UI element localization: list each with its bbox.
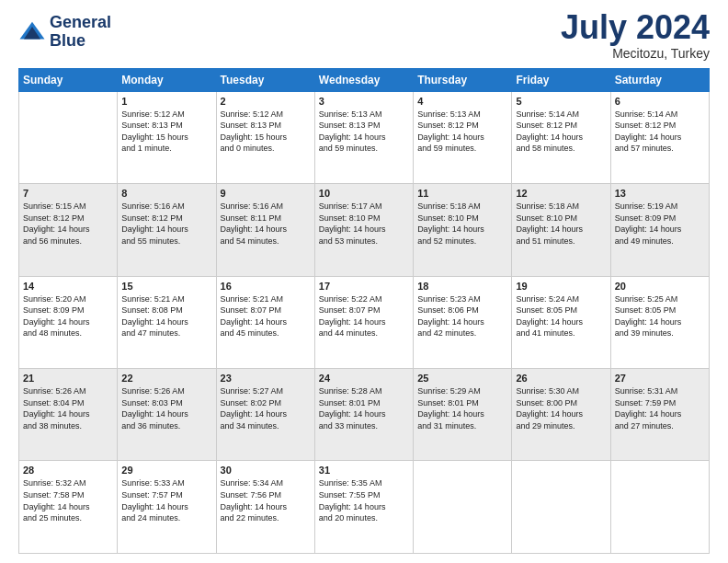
day-info: Sunrise: 5:22 AMSunset: 8:07 PMDaylight:…	[319, 293, 409, 339]
day-number: 25	[417, 373, 507, 384]
logo-line1: General	[50, 14, 111, 32]
calendar-cell: 5Sunrise: 5:14 AMSunset: 8:12 PMDaylight…	[512, 91, 610, 183]
day-info: Sunrise: 5:35 AMSunset: 7:55 PMDaylight:…	[319, 477, 409, 523]
calendar-cell: 25Sunrise: 5:29 AMSunset: 8:01 PMDayligh…	[414, 369, 512, 461]
day-info: Sunrise: 5:18 AMSunset: 8:10 PMDaylight:…	[417, 201, 507, 247]
day-info: Sunrise: 5:28 AMSunset: 8:01 PMDaylight:…	[319, 385, 409, 431]
day-info: Sunrise: 5:24 AMSunset: 8:05 PMDaylight:…	[516, 293, 606, 339]
day-number: 8	[121, 188, 211, 199]
calendar-cell: 29Sunrise: 5:33 AMSunset: 7:57 PMDayligh…	[118, 461, 216, 554]
day-info: Sunrise: 5:13 AMSunset: 8:12 PMDaylight:…	[417, 109, 507, 155]
day-info: Sunrise: 5:14 AMSunset: 8:12 PMDaylight:…	[615, 109, 705, 155]
day-info: Sunrise: 5:26 AMSunset: 8:03 PMDaylight:…	[121, 385, 211, 431]
day-number: 4	[417, 96, 507, 107]
day-number: 9	[221, 188, 311, 199]
header-thursday: Thursday	[414, 68, 512, 91]
calendar-row: 28Sunrise: 5:32 AMSunset: 7:58 PMDayligh…	[19, 461, 710, 554]
day-number: 10	[319, 188, 409, 199]
calendar-table: Sunday Monday Tuesday Wednesday Thursday…	[18, 68, 710, 554]
day-info: Sunrise: 5:13 AMSunset: 8:13 PMDaylight:…	[319, 109, 409, 155]
header-friday: Friday	[512, 68, 610, 91]
day-info: Sunrise: 5:30 AMSunset: 8:00 PMDaylight:…	[516, 385, 606, 431]
day-number: 17	[319, 281, 409, 292]
page: General Blue July 2024 Mecitozu, Turkey …	[0, 0, 728, 563]
day-number: 29	[121, 465, 211, 476]
day-info: Sunrise: 5:12 AMSunset: 8:13 PMDaylight:…	[221, 109, 311, 155]
day-info: Sunrise: 5:21 AMSunset: 8:07 PMDaylight:…	[221, 293, 311, 339]
calendar-cell: 9Sunrise: 5:16 AMSunset: 8:11 PMDaylight…	[216, 184, 314, 276]
day-info: Sunrise: 5:17 AMSunset: 8:10 PMDaylight:…	[319, 201, 409, 247]
day-number: 30	[221, 465, 311, 476]
day-number: 24	[319, 373, 409, 384]
logo-icon	[18, 18, 46, 46]
calendar-cell: 30Sunrise: 5:34 AMSunset: 7:56 PMDayligh…	[216, 461, 314, 554]
day-info: Sunrise: 5:20 AMSunset: 8:09 PMDaylight:…	[23, 293, 113, 339]
location-subtitle: Mecitozu, Turkey	[561, 46, 710, 61]
calendar-cell: 26Sunrise: 5:30 AMSunset: 8:00 PMDayligh…	[512, 369, 610, 461]
weekday-header-row: Sunday Monday Tuesday Wednesday Thursday…	[19, 68, 710, 91]
day-info: Sunrise: 5:21 AMSunset: 8:08 PMDaylight:…	[121, 293, 211, 339]
day-number: 31	[319, 465, 409, 476]
day-number: 19	[516, 281, 606, 292]
header-saturday: Saturday	[610, 68, 709, 91]
day-info: Sunrise: 5:18 AMSunset: 8:10 PMDaylight:…	[516, 201, 606, 247]
calendar-cell: 12Sunrise: 5:18 AMSunset: 8:10 PMDayligh…	[512, 184, 610, 276]
day-info: Sunrise: 5:27 AMSunset: 8:02 PMDaylight:…	[221, 385, 311, 431]
calendar-cell: 7Sunrise: 5:15 AMSunset: 8:12 PMDaylight…	[19, 184, 118, 276]
calendar-cell: 18Sunrise: 5:23 AMSunset: 8:06 PMDayligh…	[414, 276, 512, 368]
logo: General Blue	[18, 14, 111, 51]
day-info: Sunrise: 5:12 AMSunset: 8:13 PMDaylight:…	[121, 109, 211, 155]
day-number: 22	[121, 373, 211, 384]
day-info: Sunrise: 5:33 AMSunset: 7:57 PMDaylight:…	[121, 477, 211, 523]
day-info: Sunrise: 5:26 AMSunset: 8:04 PMDaylight:…	[23, 385, 113, 431]
title-section: July 2024 Mecitozu, Turkey	[561, 9, 710, 61]
header-wednesday: Wednesday	[314, 68, 413, 91]
header-tuesday: Tuesday	[216, 68, 314, 91]
day-info: Sunrise: 5:23 AMSunset: 8:06 PMDaylight:…	[417, 293, 507, 339]
day-number: 26	[516, 373, 606, 384]
day-number: 13	[615, 188, 705, 199]
calendar-cell	[19, 91, 118, 183]
day-number: 11	[417, 188, 507, 199]
header-monday: Monday	[118, 68, 216, 91]
logo-text: General Blue	[50, 14, 111, 51]
day-info: Sunrise: 5:25 AMSunset: 8:05 PMDaylight:…	[615, 293, 705, 339]
day-info: Sunrise: 5:31 AMSunset: 7:59 PMDaylight:…	[615, 385, 705, 431]
calendar-cell: 6Sunrise: 5:14 AMSunset: 8:12 PMDaylight…	[610, 91, 709, 183]
calendar-cell: 1Sunrise: 5:12 AMSunset: 8:13 PMDaylight…	[118, 91, 216, 183]
day-number: 14	[23, 281, 113, 292]
calendar-cell: 28Sunrise: 5:32 AMSunset: 7:58 PMDayligh…	[19, 461, 118, 554]
calendar-cell: 23Sunrise: 5:27 AMSunset: 8:02 PMDayligh…	[216, 369, 314, 461]
month-title: July 2024	[561, 9, 710, 46]
day-number: 23	[221, 373, 311, 384]
calendar-cell	[610, 461, 709, 554]
calendar-row: 21Sunrise: 5:26 AMSunset: 8:04 PMDayligh…	[19, 369, 710, 461]
calendar-row: 14Sunrise: 5:20 AMSunset: 8:09 PMDayligh…	[19, 276, 710, 368]
calendar-cell: 24Sunrise: 5:28 AMSunset: 8:01 PMDayligh…	[314, 369, 413, 461]
day-number: 16	[221, 281, 311, 292]
header-sunday: Sunday	[19, 68, 118, 91]
calendar-cell: 2Sunrise: 5:12 AMSunset: 8:13 PMDaylight…	[216, 91, 314, 183]
calendar-cell: 21Sunrise: 5:26 AMSunset: 8:04 PMDayligh…	[19, 369, 118, 461]
calendar-cell: 16Sunrise: 5:21 AMSunset: 8:07 PMDayligh…	[216, 276, 314, 368]
day-info: Sunrise: 5:32 AMSunset: 7:58 PMDaylight:…	[23, 477, 113, 523]
calendar-cell: 14Sunrise: 5:20 AMSunset: 8:09 PMDayligh…	[19, 276, 118, 368]
day-number: 28	[23, 465, 113, 476]
calendar-cell: 17Sunrise: 5:22 AMSunset: 8:07 PMDayligh…	[314, 276, 413, 368]
day-info: Sunrise: 5:29 AMSunset: 8:01 PMDaylight:…	[417, 385, 507, 431]
day-number: 5	[516, 96, 606, 107]
day-info: Sunrise: 5:16 AMSunset: 8:12 PMDaylight:…	[121, 201, 211, 247]
calendar-cell: 15Sunrise: 5:21 AMSunset: 8:08 PMDayligh…	[118, 276, 216, 368]
calendar-cell: 20Sunrise: 5:25 AMSunset: 8:05 PMDayligh…	[610, 276, 709, 368]
calendar-cell: 10Sunrise: 5:17 AMSunset: 8:10 PMDayligh…	[314, 184, 413, 276]
calendar-row: 1Sunrise: 5:12 AMSunset: 8:13 PMDaylight…	[19, 91, 710, 183]
day-info: Sunrise: 5:15 AMSunset: 8:12 PMDaylight:…	[23, 201, 113, 247]
day-number: 7	[23, 188, 113, 199]
day-number: 2	[221, 96, 311, 107]
calendar-cell: 22Sunrise: 5:26 AMSunset: 8:03 PMDayligh…	[118, 369, 216, 461]
calendar-cell: 11Sunrise: 5:18 AMSunset: 8:10 PMDayligh…	[414, 184, 512, 276]
day-number: 1	[121, 96, 211, 107]
day-info: Sunrise: 5:19 AMSunset: 8:09 PMDaylight:…	[615, 201, 705, 247]
day-number: 6	[615, 96, 705, 107]
calendar-cell: 31Sunrise: 5:35 AMSunset: 7:55 PMDayligh…	[314, 461, 413, 554]
